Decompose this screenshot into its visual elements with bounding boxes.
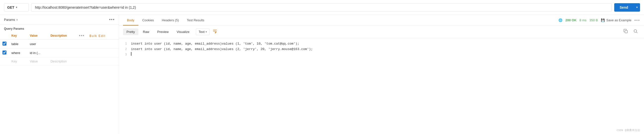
save-example-button[interactable]: 💾 Save as Example bbox=[601, 18, 631, 22]
left-panel: Params ∨ ••• Query Params Key Value Desc… bbox=[0, 15, 119, 134]
row1-checkbox-cell[interactable] bbox=[0, 40, 9, 49]
line-number-2: 2 bbox=[123, 47, 127, 52]
tab-test-results[interactable]: Test Results bbox=[183, 15, 208, 25]
send-button[interactable]: Send ▾ bbox=[614, 3, 640, 12]
svg-rect-0 bbox=[625, 30, 628, 33]
placeholder-checkbox-cell bbox=[0, 57, 9, 65]
params-more-icon[interactable]: ••• bbox=[109, 17, 115, 22]
top-bar: GET ▾ Send ▾ bbox=[0, 0, 644, 15]
row2-value: id in (... bbox=[27, 49, 48, 57]
watermark: CSDN @康桑米拉达 bbox=[616, 128, 640, 132]
line-number-1: 1 bbox=[123, 41, 127, 47]
text-selector-chevron-icon: ▾ bbox=[206, 30, 207, 33]
params-label: Params bbox=[4, 18, 15, 21]
table-row: table user bbox=[0, 40, 119, 49]
method-label: GET bbox=[7, 5, 14, 9]
row2-checkbox-cell[interactable] bbox=[0, 49, 9, 57]
col-header-more: ••• Bulk Edit bbox=[77, 32, 119, 40]
code-area[interactable]: 1 insert into user (id, name, age, email… bbox=[119, 38, 644, 134]
row1-key: table bbox=[9, 40, 27, 49]
tab-cookies[interactable]: Cookies bbox=[138, 15, 158, 25]
globe-icon: 🌐 bbox=[558, 18, 562, 22]
col-header-key: Key bbox=[9, 32, 27, 40]
params-header: Params ∨ ••• bbox=[0, 15, 119, 24]
code-content-1: insert into user (id, name, age, email_a… bbox=[131, 41, 299, 47]
placeholder-description[interactable]: Description bbox=[48, 57, 77, 65]
row2-checkbox[interactable] bbox=[2, 50, 6, 54]
code-line-3: 3 bbox=[123, 52, 640, 57]
row1-actions bbox=[77, 40, 119, 49]
svg-line-2 bbox=[636, 32, 637, 33]
send-label: Send bbox=[614, 3, 634, 12]
query-params-title: Query Params bbox=[0, 24, 119, 32]
save-example-label: Save as Example bbox=[606, 18, 631, 22]
copy-icon[interactable] bbox=[621, 28, 630, 36]
tab-headers[interactable]: Headers (5) bbox=[158, 15, 183, 25]
response-meta: 🌐 200 OK 8 ms 350 B 💾 Save as Example ••… bbox=[558, 18, 640, 22]
placeholder-value[interactable]: Value bbox=[27, 57, 48, 65]
col-header-value: Value bbox=[27, 32, 48, 40]
table-row: where id in (... bbox=[0, 49, 119, 57]
status-badge: 200 OK bbox=[566, 18, 576, 22]
line-number-3: 3 bbox=[123, 52, 127, 57]
text-selector-label: Text bbox=[199, 30, 204, 34]
format-pretty[interactable]: Pretty bbox=[123, 28, 138, 35]
response-time: 8 ms bbox=[580, 18, 586, 22]
format-raw[interactable]: Raw bbox=[139, 28, 153, 35]
tab-body[interactable]: Body bbox=[123, 15, 138, 25]
row2-description bbox=[48, 49, 77, 57]
row2-actions bbox=[77, 49, 119, 57]
row1-value: user bbox=[27, 40, 48, 49]
response-tabs: Body Cookies Headers (5) Test Results 🌐 … bbox=[119, 15, 644, 26]
code-line-1: 1 insert into user (id, name, age, email… bbox=[123, 41, 640, 47]
response-size: 350 B bbox=[590, 18, 598, 22]
placeholder-key[interactable]: Key bbox=[9, 57, 27, 65]
wrap-icon[interactable] bbox=[212, 29, 218, 35]
format-preview[interactable]: Preview bbox=[154, 28, 172, 35]
save-icon: 💾 bbox=[601, 18, 605, 22]
response-toolbar: Pretty Raw Preview Visualize Text ▾ bbox=[119, 26, 644, 38]
placeholder-actions bbox=[77, 57, 119, 65]
params-table: Key Value Description ••• Bulk Edit tabl… bbox=[0, 32, 119, 65]
text-selector[interactable]: Text ▾ bbox=[196, 28, 210, 35]
col-header-checkbox bbox=[0, 32, 9, 40]
response-more-icon[interactable]: ••• bbox=[634, 18, 640, 22]
row2-key: where bbox=[9, 49, 27, 57]
row1-checkbox[interactable] bbox=[2, 42, 6, 46]
format-visualize[interactable]: Visualize bbox=[173, 28, 193, 35]
url-input[interactable] bbox=[31, 3, 612, 12]
code-line-2: 2 insert into user (id, name, age, email… bbox=[123, 47, 640, 52]
table-more-icon: ••• bbox=[79, 33, 85, 38]
placeholder-row: Key Value Description bbox=[0, 57, 119, 65]
send-chevron-icon: ▾ bbox=[634, 4, 640, 11]
method-chevron-icon: ▾ bbox=[16, 6, 17, 9]
code-content-2: insert into user (id, name, age, email_a… bbox=[131, 47, 313, 52]
row1-description bbox=[48, 40, 77, 49]
col-header-description: Description bbox=[48, 32, 77, 40]
right-panel: Body Cookies Headers (5) Test Results 🌐 … bbox=[119, 15, 644, 134]
params-chevron-icon[interactable]: ∨ bbox=[16, 18, 18, 21]
cursor bbox=[131, 52, 132, 56]
main-content: Params ∨ ••• Query Params Key Value Desc… bbox=[0, 15, 644, 134]
search-icon[interactable] bbox=[631, 28, 640, 36]
method-select[interactable]: GET ▾ bbox=[4, 3, 29, 12]
bulk-edit-button[interactable]: Bulk Edit bbox=[90, 34, 106, 38]
